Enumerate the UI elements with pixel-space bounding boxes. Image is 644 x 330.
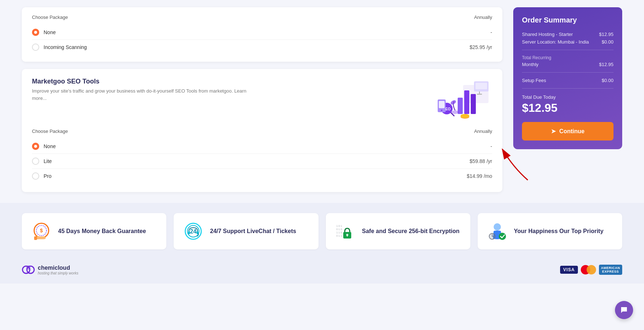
option-none-sitelock[interactable]: None - (32, 25, 492, 40)
arrow-indicator (499, 146, 557, 182)
secure-text: Safe and Secure 256-bit Encryption (362, 228, 460, 235)
package-row-header: Choose Package Annually (32, 15, 492, 20)
summary-value-hosting: $12.95 (599, 32, 613, 37)
option-none-seo[interactable]: None - (32, 139, 492, 154)
svg-text:24: 24 (190, 228, 197, 235)
radio-pro[interactable] (32, 172, 39, 180)
summary-line-recurring: Monthly $12.95 (522, 62, 613, 67)
package-label: Choose Package (32, 15, 68, 20)
chat-icon (620, 306, 628, 314)
svg-rect-27 (197, 231, 198, 234)
svg-rect-3 (471, 94, 476, 114)
option-label-none-sitelock: None (44, 29, 56, 35)
money-back-icon: $ (31, 220, 52, 242)
continue-arrow-icon: ➤ (551, 128, 556, 135)
seo-package-label: Choose Package (32, 129, 68, 134)
svg-rect-34 (347, 235, 348, 237)
option-price-pro: $14.99 /mo (467, 173, 492, 179)
svg-point-17 (461, 114, 469, 118)
svg-point-35 (494, 223, 501, 231)
svg-point-43 (26, 265, 31, 270)
radio-none-sitelock[interactable] (32, 29, 39, 36)
option-price-none-seo: - (490, 143, 492, 149)
seo-card-title: Marketgoo SEO Tools (32, 78, 250, 85)
option-price-none-sitelock: - (490, 29, 492, 35)
happiness-text: Your Happiness Our Top Priority (514, 228, 604, 235)
option-lite[interactable]: Lite $59.88 /yr (32, 154, 492, 169)
option-pro[interactable]: Pro $14.99 /mo (32, 169, 492, 183)
svg-point-8 (451, 110, 459, 114)
sitelock-card: Choose Package Annually None - (22, 7, 502, 62)
svg-text:1 1 0: 1 1 0 (336, 231, 342, 234)
chat-button[interactable] (615, 301, 633, 319)
seo-package-row-header: Choose Package Annually (32, 129, 492, 134)
secure-icon: 1 0 1 0 1 0 1 1 0 0 1 1 (335, 220, 356, 242)
radio-incoming[interactable] (32, 44, 39, 51)
seo-tools-card: Marketgoo SEO Tools Improve your site's … (22, 69, 502, 192)
summary-label-setup: Setup Fees (522, 78, 546, 83)
svg-rect-2 (464, 90, 469, 114)
support-icon: 24 (182, 220, 204, 242)
svg-text:0 1 0: 0 1 0 (336, 228, 342, 231)
trust-money-back: $ 45 Days Money Back Guarantee (22, 213, 166, 249)
summary-label-monthly: Monthly (522, 62, 539, 67)
amex-icon: AMERICANEXPRESS (599, 265, 623, 275)
seo-annually-label: Annually (474, 129, 492, 134)
summary-line-location: Server Location: Mumbai - India $0.00 (522, 39, 613, 45)
seo-options: None - Lite $59.88 /yr (32, 139, 492, 183)
option-label-none-seo: None (44, 143, 56, 149)
seo-card-description: Improve your site's traffic and grow you… (32, 87, 250, 102)
recurring-section-label: Total Recurring (522, 55, 613, 60)
summary-label-location: Server Location: Mumbai - India (522, 39, 589, 45)
option-incoming[interactable]: Incoming Scanning $25.95 /yr (32, 40, 492, 54)
logo-icon (22, 263, 35, 276)
summary-line-setup: Setup Fees $0.00 (522, 78, 613, 83)
option-label-incoming: Incoming Scanning (44, 44, 87, 50)
logo-name: chemicloud (38, 265, 78, 271)
order-summary-panel: Order Summary Shared Hosting - Starter $… (513, 7, 622, 149)
svg-rect-26 (188, 231, 190, 234)
support-text: 24/7 Support LiveChat / Tickets (210, 228, 296, 235)
continue-button[interactable]: ➤ Continue (522, 122, 613, 140)
total-due-amount: $12.95 (522, 101, 613, 115)
logo-area: chemicloud hosting that simply works (22, 263, 78, 276)
svg-rect-5 (475, 83, 487, 89)
svg-text:0 1 1: 0 1 1 (336, 235, 342, 237)
seo-package-section: Choose Package Annually None - (32, 129, 492, 183)
trust-support: 24 24/7 Support LiveChat / Tickets (174, 213, 318, 249)
annually-label: Annually (474, 15, 492, 20)
summary-divider-2 (522, 72, 613, 73)
logo-tagline: hosting that simply works (38, 271, 78, 275)
seo-card-text: Marketgoo SEO Tools Improve your site's … (32, 78, 250, 102)
footer: chemicloud hosting that simply works VIS… (0, 260, 644, 284)
trust-bar: $ 45 Days Money Back Guarantee 24 24/7 S… (0, 203, 644, 260)
svg-rect-14 (439, 101, 445, 108)
option-label-lite: Lite (44, 158, 52, 164)
visa-icon: VISA (560, 266, 578, 274)
total-due-label: Total Due Today (522, 94, 613, 100)
option-price-lite: $59.88 /yr (470, 158, 492, 164)
continue-label: Continue (559, 128, 584, 135)
summary-divider-3 (522, 88, 613, 89)
summary-label-hosting: Shared Hosting - Starter (522, 32, 573, 37)
radio-none-seo[interactable] (32, 143, 39, 150)
svg-rect-22 (34, 236, 37, 240)
money-back-text: 45 Days Money Back Guarantee (58, 228, 146, 235)
svg-text:1 0 1: 1 0 1 (336, 225, 342, 227)
seo-card-header: Marketgoo SEO Tools Improve your site's … (32, 78, 492, 121)
mastercard-icon (581, 265, 596, 274)
svg-text:$: $ (40, 228, 43, 233)
order-summary-title: Order Summary (522, 16, 613, 24)
option-price-incoming: $25.95 /yr (470, 44, 492, 50)
summary-line-hosting: Shared Hosting - Starter $12.95 (522, 32, 613, 37)
seo-illustration: SEO (427, 78, 492, 121)
happiness-icon (486, 220, 508, 242)
radio-lite[interactable] (32, 158, 39, 165)
summary-value-setup: $0.00 (602, 78, 613, 83)
summary-value-location: $0.00 (602, 39, 613, 45)
svg-rect-7 (477, 94, 482, 95)
svg-point-36 (499, 233, 506, 240)
trust-secure: 1 0 1 0 1 0 1 1 0 0 1 1 Safe and Secure … (326, 213, 470, 249)
sitelock-options: None - Incoming Scanning $25.95 /yr (32, 25, 492, 54)
payment-icons: VISA AMERICANEXPRESS (560, 265, 622, 275)
